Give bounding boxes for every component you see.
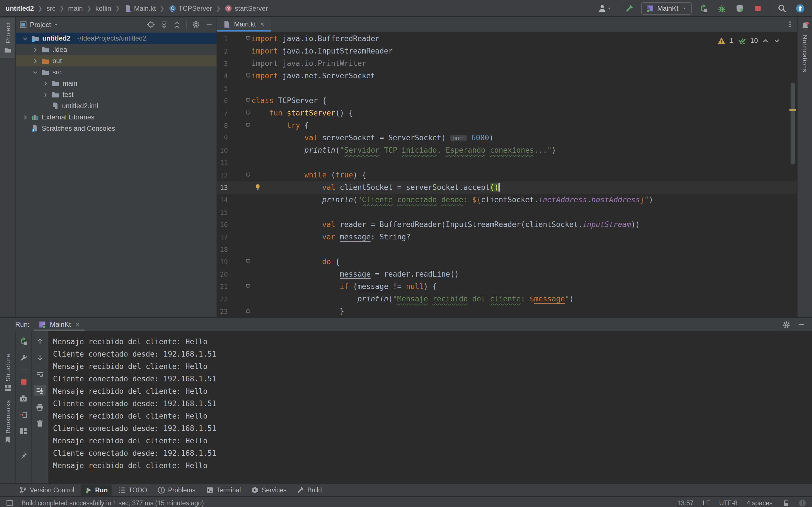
- toolwindow-button-services[interactable]: Services: [247, 484, 290, 496]
- prev-problem-icon[interactable]: [762, 37, 769, 44]
- chevron-down-icon[interactable]: [21, 35, 28, 41]
- chevron-right-icon[interactable]: [32, 47, 38, 53]
- tree-row--idea[interactable]: .idea: [16, 44, 216, 55]
- code-line-23[interactable]: 23 }: [217, 305, 797, 317]
- tree-row-out[interactable]: out: [16, 55, 216, 66]
- breadcrumb-item-main[interactable]: main: [68, 4, 83, 12]
- indent-widget[interactable]: 4 spaces: [747, 500, 772, 506]
- code-line-15[interactable]: 15: [217, 206, 797, 219]
- code-line-6[interactable]: 6class TCPServer {: [217, 95, 797, 107]
- code-line-8[interactable]: 8 try {: [217, 119, 797, 132]
- tool-stripe-structure[interactable]: Structure: [0, 350, 15, 396]
- close-icon[interactable]: [259, 21, 265, 27]
- layout-button[interactable]: [17, 425, 30, 437]
- code-line-17[interactable]: 17 var message: String?: [217, 231, 797, 243]
- code-line-16[interactable]: 16 val reader = BufferedReader(InputStre…: [217, 219, 797, 231]
- code-line-12[interactable]: 12 while (true) {: [217, 169, 797, 181]
- exit-button[interactable]: [17, 409, 30, 420]
- debug-button[interactable]: [716, 2, 728, 14]
- notification-bell-icon[interactable]: [801, 21, 809, 31]
- caret-position-widget[interactable]: 13:57: [677, 500, 694, 506]
- camera-button[interactable]: [17, 393, 30, 404]
- user-profile-button[interactable]: [599, 2, 611, 14]
- scroll-end-button[interactable]: [34, 385, 46, 396]
- arrow-down-button[interactable]: [34, 352, 46, 363]
- chevron-right-icon[interactable]: [42, 80, 49, 87]
- breadcrumb-item-src[interactable]: src: [47, 4, 56, 12]
- line-ending-widget[interactable]: LF: [703, 500, 710, 506]
- code-line-10[interactable]: 10 println("Servidor TCP iniciado. Esper…: [217, 144, 797, 157]
- stop-button[interactable]: [752, 2, 764, 14]
- tree-row-scratches-and-consoles[interactable]: Scratches and Consoles: [16, 123, 216, 134]
- tree-row-test[interactable]: test: [16, 89, 216, 100]
- code-line-7[interactable]: 7 fun startServer() {: [217, 107, 797, 119]
- code-line-13[interactable]: 13 val clientSocket = serverSocket.accep…: [217, 181, 797, 194]
- fold-marker-icon[interactable]: [245, 122, 251, 128]
- chevron-right-icon[interactable]: [32, 58, 38, 64]
- code-line-22[interactable]: 22 println("Mensaje recibido del cliente…: [217, 293, 797, 305]
- softwrap-button[interactable]: [34, 369, 46, 380]
- fold-marker-icon[interactable]: [245, 283, 251, 289]
- search-everywhere-button[interactable]: [776, 2, 788, 14]
- code-line-1[interactable]: 1import java.io.BufferedReader: [217, 33, 797, 45]
- gear-icon[interactable]: [192, 20, 200, 29]
- toolwindow-button-run[interactable]: Run: [80, 484, 112, 496]
- trash-button[interactable]: [34, 417, 46, 429]
- code-line-9[interactable]: 9 val serverSocket = ServerSocket( port:…: [217, 132, 797, 144]
- fold-end-icon[interactable]: [245, 308, 251, 314]
- tree-row-external-libraries[interactable]: External Libraries: [16, 112, 216, 123]
- build-project-button[interactable]: [623, 2, 635, 14]
- breadcrumb-item-startserver[interactable]: mstartServer: [225, 4, 268, 12]
- toolwindow-button-build[interactable]: Build: [293, 484, 326, 496]
- code-line-20[interactable]: 20 message = reader.readLine(): [217, 268, 797, 281]
- code-editor[interactable]: 1 10 1import java.io.BufferedReader2impo…: [217, 32, 797, 317]
- fold-marker-icon[interactable]: [245, 36, 251, 41]
- tree-row-untitled2-iml[interactable]: untitled2.iml: [16, 100, 216, 112]
- code-line-14[interactable]: 14 println("Cliente conectado desde: ${c…: [217, 194, 797, 206]
- project-view-select[interactable]: Project: [19, 20, 59, 29]
- breadcrumb-item-tcpserver[interactable]: CTCPServer: [168, 4, 212, 12]
- tab-options-button[interactable]: [783, 17, 797, 32]
- chevron-right-icon[interactable]: [21, 114, 28, 120]
- editor-tab-mainkt[interactable]: Main.kt: [217, 17, 271, 32]
- wrench-button[interactable]: [17, 352, 30, 363]
- toolwindow-button-problems[interactable]: Problems: [153, 484, 199, 496]
- code-line-19[interactable]: 19 do {: [217, 256, 797, 268]
- printer-button[interactable]: [34, 401, 46, 412]
- rerun-button[interactable]: [698, 2, 710, 14]
- locate-icon[interactable]: [147, 20, 155, 29]
- fold-marker-icon[interactable]: [245, 110, 251, 115]
- arrow-up-button[interactable]: [34, 336, 46, 347]
- minimize-icon[interactable]: [797, 320, 805, 329]
- minimize-icon[interactable]: [205, 20, 213, 29]
- gear-icon[interactable]: [782, 320, 791, 329]
- tool-stripe-project[interactable]: Project: [0, 18, 15, 58]
- code-line-2[interactable]: 2import java.io.InputStreamReader: [217, 45, 797, 57]
- tree-row-untitled2[interactable]: untitled2~/IdeaProjects/untitled2: [16, 33, 216, 44]
- encoding-widget[interactable]: UTF-8: [719, 500, 738, 506]
- inspections-widget[interactable]: 1 10: [717, 36, 780, 45]
- code-line-11[interactable]: 11: [217, 157, 797, 169]
- toolwindow-button-todo[interactable]: TODO: [114, 484, 151, 496]
- update-available-button[interactable]: [794, 2, 806, 14]
- lock-icon[interactable]: [781, 499, 790, 507]
- chevron-right-icon[interactable]: [42, 92, 49, 98]
- expand-all-icon[interactable]: [160, 20, 168, 29]
- notifications-stripe-label[interactable]: Notifications: [802, 35, 808, 72]
- breadcrumb-item-untitled2[interactable]: untitled2: [6, 4, 34, 12]
- run-console-output[interactable]: Mensaje recibido del cliente: HelloClien…: [49, 331, 812, 483]
- chevron-down-icon[interactable]: [32, 69, 38, 75]
- breadcrumb-item-kotlin[interactable]: kotlin: [95, 4, 111, 12]
- intention-bulb-icon[interactable]: [254, 183, 261, 191]
- fold-marker-icon[interactable]: [245, 259, 251, 264]
- tool-stripe-bookmarks[interactable]: Bookmarks: [0, 396, 15, 448]
- tree-row-src[interactable]: src: [16, 66, 216, 78]
- code-line-4[interactable]: 4import java.net.ServerSocket: [217, 70, 797, 82]
- collapse-all-icon[interactable]: [173, 20, 181, 29]
- close-icon[interactable]: [74, 322, 80, 327]
- run-with-coverage-button[interactable]: [733, 2, 746, 14]
- rerun-button[interactable]: [17, 336, 30, 347]
- code-line-5[interactable]: 5: [217, 82, 797, 95]
- code-line-3[interactable]: 3import java.io.PrintWriter: [217, 57, 797, 70]
- toolwindow-button-version-control[interactable]: Version Control: [15, 484, 78, 496]
